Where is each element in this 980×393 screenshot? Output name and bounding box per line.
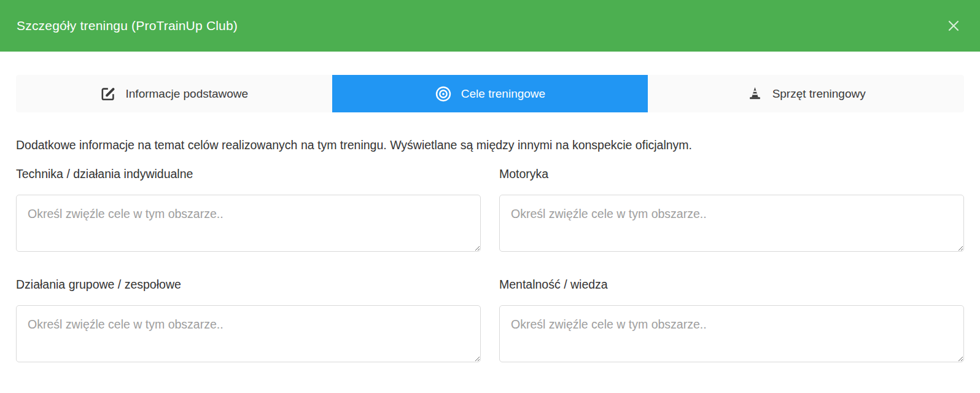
edit-square-icon xyxy=(100,85,117,102)
target-icon xyxy=(435,85,452,103)
training-details-modal: { "header": { "title": "Szczegóły trenin… xyxy=(0,0,980,393)
field-motoryka: Motoryka xyxy=(499,167,964,254)
tab-label: Sprzęt treningowy xyxy=(772,87,866,101)
modal-title: Szczegóły treningu (ProTrainUp Club) xyxy=(17,18,238,33)
field-label: Mentalność / wiedza xyxy=(499,278,964,292)
tab-description: Dodatkowe informacje na temat celów real… xyxy=(16,138,964,152)
motoryka-textarea[interactable] xyxy=(499,195,964,252)
mentalnosc-textarea[interactable] xyxy=(499,305,964,362)
dzialania-grupowe-textarea[interactable] xyxy=(16,305,481,362)
close-icon xyxy=(947,19,960,33)
tab-informacje-podstawowe[interactable]: Informacje podstawowe xyxy=(16,75,332,112)
field-dzialania-grupowe: Działania grupowe / zespołowe xyxy=(16,278,481,365)
field-label: Technika / działania indywidualne xyxy=(16,167,481,181)
field-mentalnosc: Mentalność / wiedza xyxy=(499,278,964,365)
tab-label: Informacje podstawowe xyxy=(126,87,249,101)
traffic-cone-icon xyxy=(747,85,763,102)
tab-sprzet-treningowy[interactable]: Sprzęt treningowy xyxy=(648,75,964,112)
modal-header: Szczegóły treningu (ProTrainUp Club) xyxy=(0,0,980,52)
field-technika: Technika / działania indywidualne xyxy=(16,167,481,254)
field-label: Działania grupowe / zespołowe xyxy=(16,278,481,292)
tab-bar: Informacje podstawowe Cele treningowe xyxy=(16,75,964,112)
goal-fields: Technika / działania indywidualne Motory… xyxy=(16,167,964,365)
close-button[interactable] xyxy=(946,18,962,34)
tab-cele-treningowe[interactable]: Cele treningowe xyxy=(332,75,648,112)
technika-textarea[interactable] xyxy=(16,195,481,252)
field-label: Motoryka xyxy=(499,167,964,181)
tab-label: Cele treningowe xyxy=(461,87,545,101)
